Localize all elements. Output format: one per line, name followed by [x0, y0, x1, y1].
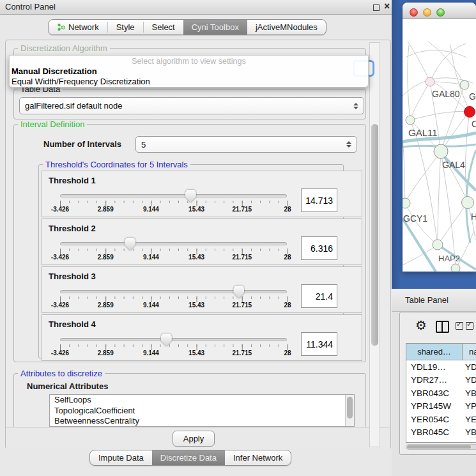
- table-data-group: Table Data galFiltered.sif default node: [13, 89, 366, 119]
- algorithm-hint-text: Select algorithm to view settings: [10, 57, 368, 66]
- control-panel-scrollbar[interactable]: [369, 42, 380, 447]
- mac-minimize-button[interactable]: [423, 8, 431, 17]
- node-bottom: [451, 264, 460, 272]
- node-gal4: [434, 144, 448, 158]
- threshold-panel: Threshold 4 -3.426 2.859 9.144 15.43 21.…: [42, 314, 362, 361]
- float-window-icon[interactable]: [373, 4, 380, 11]
- slider-track[interactable]: [60, 194, 287, 197]
- attributes-group-title: Attributes to discretize: [18, 369, 105, 378]
- list-item[interactable]: BetweennessCentrality: [50, 416, 354, 427]
- slider-axis-labels: -3.426 2.859 9.144 15.43 21.715 28: [60, 206, 288, 213]
- num-intervals-label: Number of Intervals: [43, 139, 121, 149]
- combo-stepper-icon: [353, 103, 358, 109]
- tab-network[interactable]: Network: [49, 20, 107, 35]
- combo-stepper-icon: [346, 141, 351, 148]
- control-panel: Control Panel × Network Style Select: [0, 0, 392, 476]
- table-horizontal-scrollbar-thumb[interactable]: [407, 445, 471, 449]
- node-gal11: [406, 116, 415, 125]
- table-data-combobox[interactable]: galFiltered.sif default node: [19, 97, 364, 114]
- column-header-name[interactable]: na: [463, 344, 476, 360]
- table-panel-card: ⚙ shared… na YDL19…YDL1 YDR27…YDR2 YBR04…: [399, 312, 476, 455]
- slider-axis-labels: -3.426 2.859 9.144 15.43 21.715 28: [60, 302, 288, 309]
- desktop-background: GAL80 GA C GAL11 GAL4 GCY1 H HAP2 Table …: [392, 0, 476, 476]
- threshold-value-field[interactable]: 21.4: [301, 284, 337, 308]
- node-gal80: [426, 77, 434, 86]
- tab-select[interactable]: Select: [144, 20, 183, 35]
- slider-track[interactable]: [60, 290, 287, 293]
- threshold-value-field[interactable]: 14.713: [301, 188, 337, 212]
- table-panel-title: Table Panel: [405, 295, 449, 305]
- tab-jactivemnodules[interactable]: jActiveMNodules: [247, 20, 326, 35]
- tab-cyni-toolbox[interactable]: Cyni Toolbox: [183, 20, 247, 35]
- tab-discretize-data[interactable]: Discretize Data: [152, 450, 225, 465]
- node-label-hap2: HAP2: [438, 254, 460, 263]
- network-window-titlebar: [403, 3, 476, 19]
- list-item[interactable]: SelfLoops: [50, 395, 354, 406]
- threshold-label: Threshold 2: [49, 224, 96, 233]
- table-data-combobox-value: galFiltered.sif default node: [25, 101, 122, 111]
- node-label-gal11: GAL11: [408, 127, 438, 138]
- close-icon[interactable]: ×: [384, 1, 390, 12]
- table-panel: Table Panel ⚙ shared… na YDL19…YDL1 YDR2…: [392, 289, 476, 476]
- slider-track[interactable]: [60, 338, 287, 341]
- table-row[interactable]: YER054CYERO: [406, 413, 476, 426]
- mac-close-button[interactable]: [410, 8, 418, 17]
- tab-impute-data[interactable]: Impute Data: [90, 450, 152, 465]
- list-scrollbar[interactable]: [345, 395, 354, 427]
- list-scrollbar-thumb[interactable]: [347, 397, 353, 418]
- table-row[interactable]: YDL19…YDL1: [406, 360, 476, 374]
- algorithm-dropdown-popup: Select algorithm to view settings Manual…: [9, 55, 369, 88]
- mac-zoom-button[interactable]: [436, 8, 445, 17]
- node-gcy1: [403, 198, 410, 208]
- table-row[interactable]: YPR145WYPR1: [406, 400, 476, 413]
- node-label-gal4: GAL4: [442, 160, 465, 170]
- apply-row: Apply: [6, 427, 390, 449]
- threshold-panel: Threshold 2 -3.426 2.859 9.144 15.43 21.…: [42, 219, 362, 265]
- interval-definition-group: Interval Definition Number of Intervals …: [13, 124, 366, 362]
- node-label-gcy1: GCY1: [403, 213, 427, 224]
- network-canvas[interactable]: GAL80 GA C GAL11 GAL4 GCY1 H HAP2: [403, 19, 476, 272]
- tab-style[interactable]: Style: [108, 20, 143, 35]
- columns-icon[interactable]: [436, 321, 449, 333]
- control-panel-scrollbar-thumb[interactable]: [371, 124, 378, 346]
- top-tab-bar: Network Style Select Cyni Toolbox jActiv…: [48, 19, 326, 35]
- thresholds-group-title: Threshold's Coordinates for 5 Intervals: [43, 160, 190, 169]
- table-row[interactable]: YBL079WYBLO: [406, 439, 476, 443]
- threshold-label: Threshold 4: [49, 319, 96, 329]
- attributes-listbox: SelfLoops TopologicalCoefficient Between…: [49, 394, 355, 427]
- checkbox-icon[interactable]: [456, 322, 463, 330]
- node-h: [462, 197, 474, 209]
- num-intervals-combobox[interactable]: 5: [135, 136, 357, 153]
- table-horizontal-scrollbar[interactable]: [406, 444, 476, 450]
- table-row[interactable]: YDR27…YDR2: [406, 374, 476, 387]
- table-row[interactable]: YBR043CYBRO: [406, 387, 476, 400]
- apply-button[interactable]: Apply: [173, 431, 215, 447]
- tab-infer-network[interactable]: Infer Network: [225, 450, 291, 465]
- threshold-value-field[interactable]: 11.344: [301, 332, 337, 356]
- checkbox-icon[interactable]: [466, 322, 473, 330]
- table-row[interactable]: YBR045CYBRO: [406, 426, 476, 440]
- threshold-label: Threshold 3: [49, 272, 96, 281]
- app-root: Control Panel × Network Style Select: [0, 0, 476, 476]
- slider-axis-labels: -3.426 2.859 9.144 15.43 21.715 28: [60, 254, 288, 261]
- control-panel-title: Control Panel: [5, 2, 56, 12]
- tab-network-label: Network: [68, 22, 99, 32]
- attributes-group: Attributes to discretize Numerical Attri…: [13, 373, 366, 427]
- node-table: shared… na YDL19…YDL1 YDR27…YDR2 YBR043C…: [406, 343, 476, 443]
- cyni-panel: Discretization Algorithm Table Data galF…: [5, 40, 391, 449]
- threshold-value-field[interactable]: 6.316: [301, 236, 337, 260]
- popup-item-manual-discretization[interactable]: Manual Discretization: [12, 66, 97, 76]
- gear-icon[interactable]: ⚙: [415, 319, 427, 332]
- node-red: [464, 107, 475, 118]
- control-panel-titlebar: Control Panel ×: [0, 0, 392, 15]
- network-graph: GAL80 GA C GAL11 GAL4 GCY1 H HAP2: [403, 19, 476, 272]
- algorithm-group-title: Discretization Algorithm: [18, 43, 110, 53]
- column-header-shared-name[interactable]: shared…: [406, 344, 463, 360]
- slider-track[interactable]: [60, 242, 287, 245]
- network-icon: [57, 23, 65, 31]
- threshold-panel: Threshold 1 -3.426 2.859 9.144 15.43 21.…: [42, 171, 362, 217]
- popup-item-equal-width-frequency[interactable]: Equal Width/Frequency Discretization: [12, 77, 150, 86]
- node-hap2: [433, 240, 443, 250]
- list-item[interactable]: TopologicalCoefficient: [50, 406, 354, 417]
- threshold-label: Threshold 1: [49, 176, 96, 185]
